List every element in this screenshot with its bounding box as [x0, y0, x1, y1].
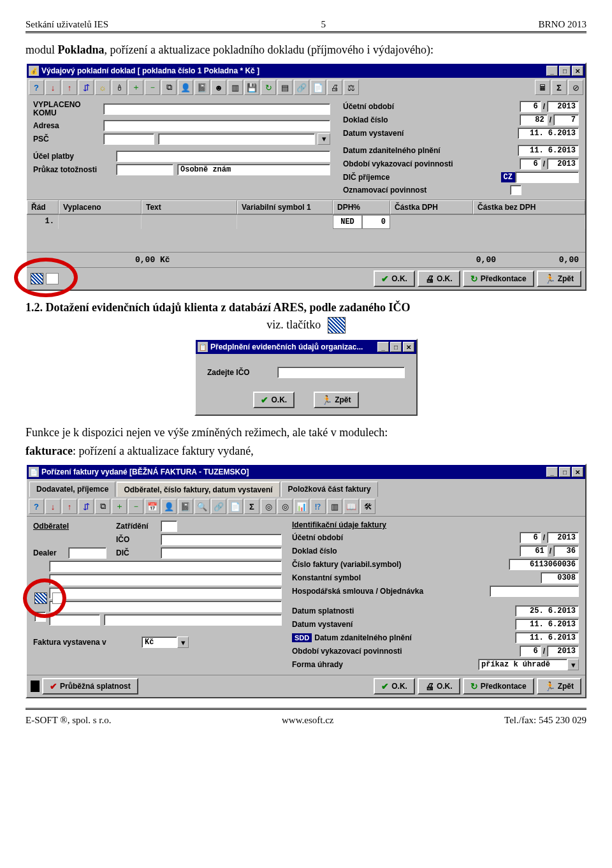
remove-icon[interactable]: － [145, 80, 160, 95]
input-ico[interactable] [161, 534, 282, 545]
panel-icon[interactable]: ▥ [228, 80, 243, 95]
link-icon[interactable]: 🔗 [294, 80, 309, 95]
book-icon[interactable]: 📓 [194, 80, 210, 95]
input-dealer[interactable] [68, 547, 106, 559]
face-icon[interactable]: ☻ [211, 80, 226, 95]
help2-icon[interactable]: ⁉ [310, 499, 326, 514]
input-dic[interactable] [161, 547, 282, 559]
input-ov-y[interactable]: 2013 [547, 158, 579, 170]
down-arrow-icon[interactable]: ↓ [45, 499, 61, 514]
input-line2[interactable] [49, 574, 282, 585]
predkontace-button[interactable]: ↻Předkontace [463, 678, 534, 695]
input-vyst[interactable]: 11. 6.2013 [515, 619, 579, 630]
prubezna-splatnost-button[interactable]: ✔Průběžná splatnost [42, 678, 138, 695]
label-odberatel[interactable]: Odběratel [33, 522, 91, 531]
select-forma[interactable]: příkaz k úhradě [478, 659, 567, 670]
find-icon[interactable]: 🔍 [194, 499, 210, 514]
sdd-badge[interactable]: SDD [292, 633, 312, 642]
dropdown-icon[interactable]: ▾ [567, 659, 579, 670]
table-row[interactable]: 1. NED 0 [27, 215, 585, 229]
user-icon[interactable]: 👤 [161, 499, 177, 514]
user-icon[interactable]: 👤 [178, 80, 193, 95]
input-zdan[interactable]: 11. 6.2013 [515, 632, 579, 644]
print-ok-button[interactable]: 🖨O.K. [418, 270, 460, 287]
input-ico[interactable] [277, 367, 405, 378]
star-icon[interactable]: ☼ [95, 80, 110, 95]
zpet-button[interactable]: 🏃Zpět [537, 678, 581, 695]
input-splat[interactable]: 25. 6.2013 [515, 605, 579, 617]
minimize-button[interactable]: _ [546, 66, 558, 76]
doc-icon[interactable]: 📄 [310, 80, 326, 95]
help-icon[interactable]: ? [29, 499, 44, 514]
checkbox-oznam[interactable] [510, 185, 521, 195]
minimize-button[interactable]: _ [377, 342, 389, 352]
panel-icon[interactable]: ▥ [327, 499, 342, 514]
input-uo-year[interactable]: 2013 [547, 101, 579, 112]
input-line1[interactable] [49, 561, 282, 572]
input-prukaz-cislo[interactable] [116, 164, 173, 175]
input-dic[interactable] [515, 172, 579, 183]
minimize-button[interactable]: _ [546, 467, 558, 477]
link-icon[interactable]: 🔗 [211, 499, 226, 514]
candle-icon[interactable]: 🕯 [112, 80, 127, 95]
input-zatrideni[interactable] [161, 520, 177, 532]
ok-button[interactable]: ✔O.K. [253, 392, 295, 408]
select-mena[interactable]: Kč [142, 636, 177, 648]
input-uo-y[interactable]: 2013 [547, 532, 579, 543]
sheet-icon[interactable]: ▤ [277, 80, 293, 95]
up-arrow-icon[interactable]: ↑ [62, 80, 77, 95]
close-button[interactable]: ✕ [403, 342, 414, 352]
input-vyplaceno-komu[interactable] [103, 103, 330, 115]
tab-odberatel[interactable]: Odběratel, číslo faktury, datum vystaven… [117, 482, 279, 497]
label-ident-udaje[interactable]: Identifikační údaje faktury [292, 520, 579, 529]
input-uo-month[interactable]: 6 [520, 101, 541, 112]
add-icon[interactable]: ＋ [128, 80, 143, 95]
stop-icon[interactable]: ⊘ [568, 80, 583, 95]
input-prukaz-znam[interactable]: Osobně znám [177, 164, 330, 175]
scale-icon[interactable]: ⚖ [344, 80, 359, 95]
maximize-button[interactable]: □ [559, 66, 571, 76]
input-mesto[interactable] [104, 614, 282, 626]
sum-icon[interactable]: Σ [244, 499, 259, 514]
close-button[interactable]: ✕ [572, 467, 583, 477]
up-arrow-icon[interactable]: ↑ [62, 499, 77, 514]
input-mesto[interactable] [158, 133, 315, 145]
save-icon[interactable]: 💾 [244, 80, 259, 95]
input-ucel[interactable] [116, 151, 330, 162]
input-ks[interactable]: 0308 [541, 572, 579, 584]
input-psc[interactable] [103, 133, 154, 145]
ok-button[interactable]: ✔O.K. [374, 270, 415, 287]
input-datum-zdan[interactable]: 11. 6.2013 [518, 145, 579, 156]
doc-icon[interactable]: 📄 [228, 499, 243, 514]
book-icon[interactable]: 📓 [178, 499, 193, 514]
input-dc1[interactable]: 61 [520, 545, 548, 557]
zpet-button[interactable]: 🏃Zpět [537, 270, 581, 287]
dropdown-icon[interactable]: ▾ [177, 636, 189, 648]
input-dc2[interactable]: 36 [553, 545, 579, 557]
capture-icon[interactable]: ⧉ [95, 499, 110, 514]
input-line4[interactable] [49, 601, 282, 612]
lookup-button[interactable]: ▾ [317, 133, 330, 145]
print-ok-button[interactable]: 🖨O.K. [418, 678, 460, 695]
input-hs[interactable] [490, 585, 579, 597]
book2-icon[interactable]: 📖 [344, 499, 359, 514]
nav-icon[interactable]: ⇵ [78, 499, 94, 514]
chart-icon[interactable]: 📊 [294, 499, 309, 514]
zpet-button[interactable]: 🏃Zpět [314, 392, 358, 408]
capture-icon[interactable]: ⧉ [161, 80, 177, 95]
input-datum-vyst[interactable]: 11. 6.2013 [518, 128, 579, 139]
close-button[interactable]: ✕ [572, 66, 583, 76]
refresh-icon[interactable]: ↻ [261, 80, 276, 95]
predkontace-button[interactable]: ↻Předkontace [463, 270, 534, 287]
input-cf[interactable]: 6113060036 [509, 559, 579, 570]
nav-icon[interactable]: ⇵ [78, 80, 94, 95]
help-icon[interactable]: ? [29, 80, 44, 95]
remove-icon[interactable]: － [128, 499, 143, 514]
circle-icon[interactable]: ◎ [261, 499, 276, 514]
input-ov-m[interactable]: 6 [520, 645, 541, 657]
input-adresa[interactable] [103, 120, 330, 131]
input-doklad-1[interactable]: 82 [520, 114, 548, 126]
input-ov-m[interactable]: 6 [520, 158, 541, 170]
input-ov-y[interactable]: 2013 [547, 645, 579, 657]
input-psc[interactable] [49, 614, 100, 626]
